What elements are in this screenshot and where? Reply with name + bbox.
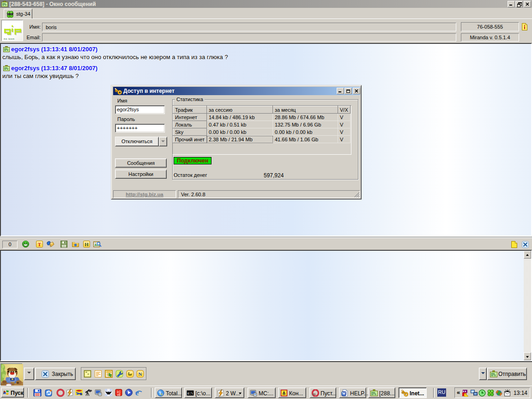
svg-text:”: ” — [87, 373, 89, 377]
svg-text:N: N — [139, 371, 142, 377]
svg-text:M: M — [80, 393, 82, 396]
svg-text:T: T — [38, 242, 42, 247]
svg-text:c:\: c:\ — [187, 392, 193, 395]
svg-text:c: c — [161, 393, 163, 396]
svg-text:H: H — [85, 242, 89, 247]
svg-text:v8: v8 — [117, 393, 121, 396]
svg-text:W: W — [342, 392, 346, 396]
svg-text:no icon: no icon — [4, 37, 14, 40]
